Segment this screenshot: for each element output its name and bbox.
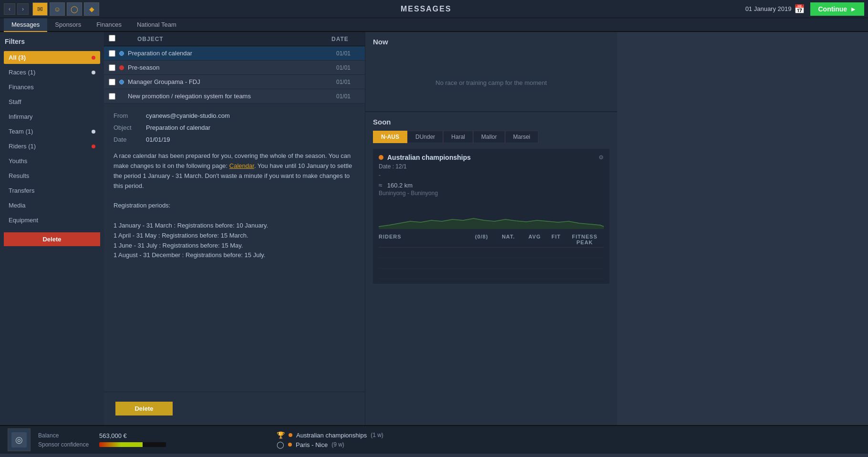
upcoming-race-2: ◯ Paris - Nice (9 w) xyxy=(277,441,860,448)
sidebar-item-label-infirmary: Infirmary xyxy=(9,113,33,120)
confidence-row: Sponsor confidence xyxy=(38,441,181,448)
sidebar-item-equipment[interactable]: Equipment xyxy=(4,214,100,227)
tab-finances[interactable]: Finances xyxy=(89,18,129,32)
soon-tab-mallor[interactable]: Mallor xyxy=(473,131,505,143)
period-4: 1 August - 31 December : Registrations b… xyxy=(114,250,355,260)
sidebar-item-all[interactable]: All (3) xyxy=(4,51,100,64)
race-2-dot xyxy=(288,443,292,447)
race-distance: 160.2 km xyxy=(387,182,413,189)
meta-from-row: From cyanews@cyanide-studio.com xyxy=(114,111,355,121)
sidebar-item-team[interactable]: Team (1) xyxy=(4,125,100,138)
globe-icon[interactable]: ◆ xyxy=(84,2,99,16)
forward-arrow[interactable]: › xyxy=(17,3,29,15)
race-location: Buninyong - Buninyong xyxy=(379,190,604,197)
now-title: Now xyxy=(373,38,610,46)
sidebar-item-riders[interactable]: Riders (1) xyxy=(4,140,100,153)
soon-tabs: N-AUS DUnder Haral Mallor Marsei xyxy=(373,131,610,143)
tab-national-team[interactable]: National Team xyxy=(129,18,184,32)
message-body: A race calendar has been prepared for yo… xyxy=(114,151,355,191)
bottom-stats: Balance 563,000 € Sponsor confidence xyxy=(38,432,181,448)
from-label: From xyxy=(114,111,142,121)
upcoming-race-2-name: Paris - Nice xyxy=(296,441,328,448)
select-all-checkbox[interactable] xyxy=(109,35,115,42)
soon-tab-naus[interactable]: N-AUS xyxy=(373,131,407,143)
soon-tab-dunder[interactable]: DUnder xyxy=(407,131,443,143)
sidebar-item-results[interactable]: Results xyxy=(4,169,100,182)
filters-sidebar: Filters All (3) Races (1) Finances Staff… xyxy=(0,32,104,425)
msg-indicator-3 xyxy=(119,80,124,84)
race-header: Australian championships ⚙ xyxy=(379,154,604,161)
msg-checkbox-2[interactable] xyxy=(109,64,115,71)
object-value: Preparation of calendar xyxy=(146,123,210,133)
messages-icon[interactable]: ✉ xyxy=(32,2,48,16)
message-area: OBJECT DATE Preparation of calendar 01/0… xyxy=(104,32,365,425)
sidebar-item-media[interactable]: Media xyxy=(4,199,100,212)
sidebar-item-label-races: Races (1) xyxy=(9,69,35,76)
race-settings-icon[interactable]: ⚙ xyxy=(599,154,604,161)
message-row[interactable]: Pre-season 01/01 xyxy=(104,61,365,75)
right-panel: Now No race or training camp for the mom… xyxy=(365,32,617,425)
race-name: Australian championships xyxy=(387,154,471,161)
sidebar-item-transfers[interactable]: Transfers xyxy=(4,184,100,197)
svg-text:◎: ◎ xyxy=(15,435,23,445)
calendar-link[interactable]: Calendar xyxy=(229,162,254,169)
msg-checkbox-1[interactable] xyxy=(109,50,115,57)
meta-object-row: Object Preparation of calendar xyxy=(114,123,355,133)
object-label: Object xyxy=(114,123,142,133)
msg-date-2: 01/01 xyxy=(336,64,360,71)
dot-all xyxy=(92,56,95,60)
message-detail: From cyanews@cyanide-studio.com Object P… xyxy=(104,104,365,392)
sidebar-item-label-riders: Riders (1) xyxy=(9,143,36,150)
sidebar-item-staff[interactable]: Staff xyxy=(4,95,100,108)
tab-sponsors[interactable]: Sponsors xyxy=(47,18,89,32)
msg-checkbox-4[interactable] xyxy=(109,93,115,100)
detail-delete-button[interactable]: Delete xyxy=(115,402,173,415)
nav-arrows: ‹ › xyxy=(4,3,29,15)
main-layout: Filters All (3) Races (1) Finances Staff… xyxy=(0,32,868,425)
msg-subject-1: Preparation of calendar xyxy=(128,50,332,57)
page-title: MESSAGES xyxy=(107,5,745,13)
sidebar-item-youths[interactable]: Youths xyxy=(4,155,100,167)
count-col-header: (0/8) xyxy=(475,234,494,245)
bottom-bar: ◎ Balance 563,000 € Sponsor confidence 🏆… xyxy=(0,425,868,454)
dot-team xyxy=(92,130,95,134)
rider-row-empty-3 xyxy=(379,269,604,279)
race-elevation-chart xyxy=(379,200,604,229)
continue-button[interactable]: Continue ► xyxy=(810,2,864,16)
message-row[interactable]: Manager Groupama - FDJ 01/01 xyxy=(104,75,365,89)
rider-row-empty-2 xyxy=(379,258,604,269)
top-icons: ✉ ☺ ◯ ◆ xyxy=(32,2,99,16)
message-row[interactable]: Preparation of calendar 01/01 xyxy=(104,46,365,61)
msg-date-1: 01/01 xyxy=(336,50,360,57)
tab-bar: Messages Sponsors Finances National Team xyxy=(0,18,868,32)
sidebar-delete-button[interactable]: Delete xyxy=(4,232,100,246)
race-icon: ◯ xyxy=(277,441,284,448)
confidence-bar-fill xyxy=(99,442,143,447)
soon-tab-haral[interactable]: Haral xyxy=(443,131,473,143)
riders-table-header: RIDERS (0/8) NAT. AVG FIT FITNESS PEAK xyxy=(379,234,604,248)
date-text: 01 January 2019 xyxy=(745,5,792,12)
col-date-header: DATE xyxy=(331,36,360,42)
calendar-icon-top[interactable]: ◯ xyxy=(67,2,82,16)
msg-indicator-1 xyxy=(119,51,124,56)
sidebar-item-infirmary[interactable]: Infirmary xyxy=(4,110,100,123)
soon-tab-marsei[interactable]: Marsei xyxy=(505,131,538,143)
sidebar-item-finances[interactable]: Finances xyxy=(4,81,100,93)
back-arrow[interactable]: ‹ xyxy=(4,3,15,15)
tab-messages[interactable]: Messages xyxy=(4,18,47,32)
dot-races xyxy=(92,71,95,74)
team-icon[interactable]: ☺ xyxy=(50,2,65,16)
trophy-icon: 🏆 xyxy=(277,431,285,439)
message-row[interactable]: New promotion / relegation system for te… xyxy=(104,89,365,104)
upcoming-race-1-name: Australian championships xyxy=(296,432,367,439)
upcoming-race-1: 🏆 Australian championships (1 w) xyxy=(277,431,860,439)
sidebar-item-races[interactable]: Races (1) xyxy=(4,66,100,79)
sidebar-item-label-all: All (3) xyxy=(9,54,26,61)
msg-subject-3: Manager Groupama - FDJ xyxy=(128,78,332,85)
rider-row-empty-1 xyxy=(379,248,604,258)
msg-checkbox-3[interactable] xyxy=(109,79,115,85)
msg-subject-4: New promotion / relegation system for te… xyxy=(128,93,332,100)
calendar-toggle-icon[interactable]: 📅 xyxy=(794,4,805,14)
confidence-bar xyxy=(99,442,166,447)
period-2: 1 April - 31 May : Registrations before:… xyxy=(114,231,355,241)
